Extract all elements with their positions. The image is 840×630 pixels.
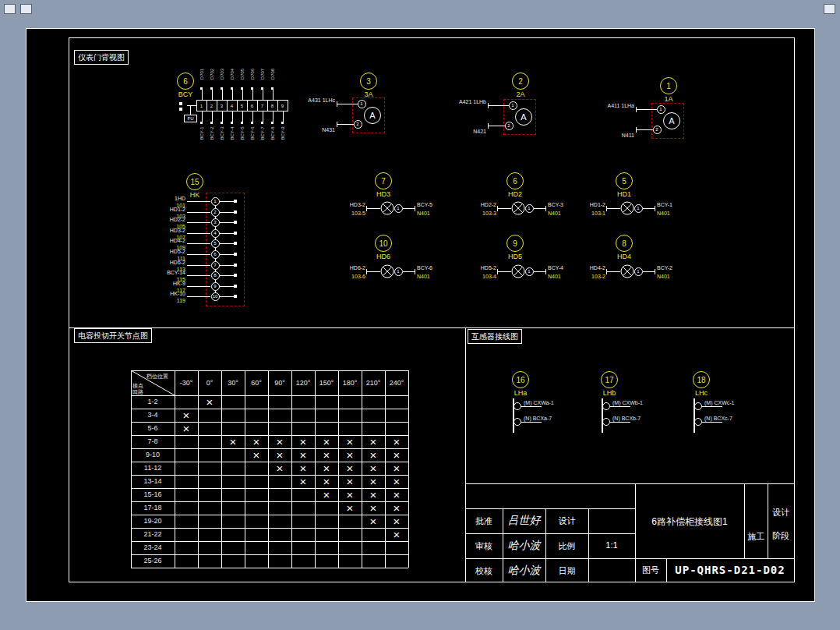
- terminal-circle: 2: [211, 208, 220, 217]
- lamp-HD4-label: HD4: [605, 253, 644, 260]
- wire-label: HD5-2: [468, 264, 496, 271]
- line: [606, 208, 620, 209]
- wire-label: HD2-2: [468, 201, 496, 208]
- hk-index-circle: 15: [186, 173, 203, 190]
- hk-wire-code: HD1-2: [153, 206, 185, 213]
- line: [655, 206, 655, 211]
- lamp-HD2-label: HD2: [496, 190, 535, 198]
- section-label-instrument-view: 仪表门背视图: [74, 50, 129, 65]
- terminal-circle: 2: [354, 120, 362, 129]
- line: [221, 370, 222, 568]
- titleblock-label: 批准: [465, 515, 503, 527]
- tap-label: D701: [199, 62, 204, 86]
- terminal-square: [234, 200, 237, 203]
- bcy-label: BCY: [166, 90, 205, 98]
- tap-label: D703: [220, 62, 224, 86]
- wire-label: N411: [602, 132, 634, 139]
- ct-LHb-index-circle: 17: [601, 371, 618, 388]
- wire-label: N401: [657, 273, 670, 280]
- tap-label: BCY-9: [281, 122, 285, 145]
- line: [242, 111, 243, 122]
- line: [196, 100, 288, 101]
- line: [465, 558, 794, 559]
- fuse-box: FU: [184, 115, 197, 122]
- terminal-circle: 1: [634, 267, 643, 276]
- contact-mark: ×: [338, 475, 362, 488]
- line: [488, 105, 509, 106]
- contact-mark: ×: [385, 448, 408, 462]
- lamp-HD2-index-circle: 6: [506, 172, 524, 189]
- lamp-HD3-index-circle: 7: [375, 172, 392, 189]
- ammeter-icon: A: [515, 108, 532, 126]
- ammeter-3A-index-circle: 3: [360, 73, 377, 90]
- contact-mark: ×: [362, 515, 385, 528]
- line: [69, 327, 794, 328]
- line: [403, 271, 415, 272]
- terminal-circle: [602, 418, 610, 426]
- ct-LHa-index-circle: 16: [512, 371, 529, 388]
- line: [131, 422, 408, 423]
- terminal-square: [271, 87, 274, 90]
- lamp-HD3-label: HD3: [364, 190, 403, 198]
- wire-label: 103-4: [468, 273, 496, 280]
- wire-label: BCY-5: [417, 201, 432, 208]
- tap-label: D707: [260, 62, 265, 86]
- terminal-circle: 1: [634, 204, 643, 213]
- line: [263, 89, 263, 100]
- terminal-circle: 6: [211, 250, 220, 259]
- contact-mark: ×: [385, 528, 408, 541]
- tap-label: D708: [270, 62, 275, 86]
- line: [415, 269, 415, 274]
- line: [636, 129, 653, 130]
- terminal-square: [200, 87, 203, 90]
- terminal-circle: 1: [211, 197, 220, 206]
- terminal-circle: 2: [653, 126, 662, 134]
- signature: 哈小波: [503, 564, 545, 578]
- table-row-label: 5-6: [131, 425, 175, 432]
- contact-mark: ×: [291, 475, 315, 488]
- line: [242, 89, 243, 100]
- contact-mark: ×: [175, 422, 198, 435]
- line: [366, 271, 380, 272]
- terminal-square: [179, 102, 182, 105]
- table-row-label: 23-24: [131, 544, 175, 551]
- terminal-circle: 1: [358, 100, 366, 108]
- contact-mark: ×: [291, 462, 315, 475]
- line: [643, 208, 655, 209]
- table-corner-bottom: 回路: [132, 388, 143, 395]
- line: [465, 508, 635, 509]
- line: [337, 122, 337, 127]
- line: [636, 107, 637, 112]
- contact-mark: ×: [268, 462, 291, 475]
- table-corner-top: 档位位置: [146, 373, 168, 380]
- line: [202, 89, 203, 100]
- hk-wire-code: BCY-14: [153, 269, 185, 276]
- lamp-HD5-label: HD5: [496, 253, 535, 260]
- line: [187, 222, 210, 223]
- wire-label: N421: [454, 128, 486, 135]
- line: [610, 422, 630, 423]
- line: [131, 395, 408, 396]
- line: [175, 370, 175, 568]
- tap-label: D704: [230, 62, 235, 86]
- terminal-square: [234, 264, 237, 267]
- indicator-lamp-icon: [380, 264, 394, 278]
- hk-wire-code: HD6-2: [153, 259, 185, 266]
- line: [403, 208, 415, 209]
- cell-number: 1: [196, 103, 206, 110]
- contact-mark: ×: [385, 462, 408, 475]
- table-row-label: 17-18: [131, 504, 175, 511]
- line: [643, 271, 655, 272]
- contact-mark: ×: [315, 435, 338, 448]
- wire-label: 103-1: [577, 210, 605, 217]
- terminal-circle: 3: [211, 218, 220, 227]
- line: [212, 111, 213, 122]
- contact-mark: ×: [338, 435, 362, 448]
- line: [521, 422, 542, 423]
- terminal-circle: [514, 402, 521, 410]
- ammeter-1A-label: 1A: [649, 95, 688, 103]
- indicator-lamp-icon: [620, 264, 634, 278]
- line: [232, 111, 233, 122]
- ct-LHc-index-circle: 18: [693, 371, 710, 388]
- line: [636, 127, 637, 133]
